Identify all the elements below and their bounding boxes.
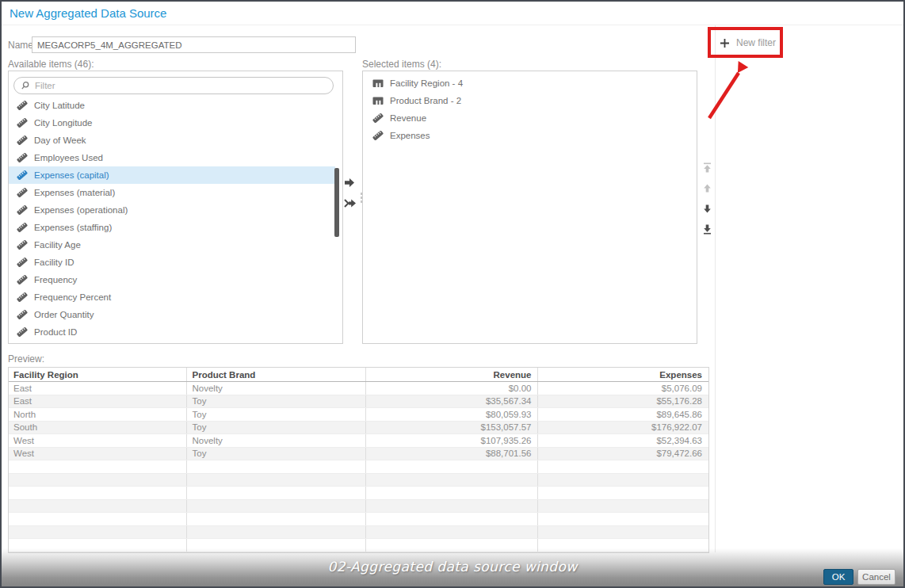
move-right-button[interactable] <box>344 178 357 188</box>
measure-icon <box>17 239 28 250</box>
available-item-label: Expenses (material) <box>34 188 115 197</box>
available-item[interactable]: Frequency Percent <box>9 288 335 306</box>
move-all-right-button[interactable] <box>344 198 357 208</box>
available-item[interactable]: Facility ID <box>9 254 335 271</box>
available-item[interactable]: City Latitude <box>9 97 335 114</box>
available-item-label: Product ID <box>34 327 77 337</box>
table-cell: Toy <box>187 395 365 408</box>
table-cell: West <box>9 448 187 460</box>
move-to-top-button[interactable] <box>702 162 712 173</box>
available-item-label: City Latitude <box>34 101 85 110</box>
table-cell <box>9 500 187 513</box>
ok-button[interactable]: OK <box>823 569 853 585</box>
table-cell <box>187 460 365 473</box>
column-header: Revenue <box>366 368 539 381</box>
table-cell: West <box>9 434 187 447</box>
preview-table: Facility RegionProduct BrandRevenueExpen… <box>8 367 709 553</box>
available-item[interactable]: Expenses (material) <box>9 184 335 201</box>
preview-table-header: Facility RegionProduct BrandRevenueExpen… <box>9 368 708 382</box>
measure-icon <box>17 309 28 320</box>
arrow-down-icon <box>702 204 712 214</box>
table-cell <box>366 474 539 487</box>
selected-item-label: Expenses <box>390 131 430 140</box>
table-cell: $89,645.86 <box>538 408 708 421</box>
available-item[interactable]: Day of Week <box>9 132 335 149</box>
measure-icon <box>17 100 28 111</box>
selected-items-list: Facility Region - 4Product Brand - 2Reve… <box>363 74 696 144</box>
measure-icon <box>17 135 28 146</box>
selected-items-label: Selected items (4): <box>362 59 441 70</box>
available-item-label: Frequency <box>34 275 77 284</box>
available-item[interactable]: Product ID <box>9 323 335 341</box>
category-icon <box>372 78 384 89</box>
table-cell: South <box>9 422 187 434</box>
available-list-scrollbar-thumb[interactable] <box>334 168 339 237</box>
table-cell <box>187 500 365 513</box>
available-item[interactable]: Frequency <box>9 271 335 288</box>
selected-items-panel: Facility Region - 4Product Brand - 2Reve… <box>362 71 697 344</box>
selected-item[interactable]: Expenses <box>363 127 696 144</box>
table-cell <box>9 526 187 539</box>
table-cell <box>187 526 365 539</box>
table-cell: $80,059.93 <box>366 408 539 421</box>
measure-icon <box>17 222 28 233</box>
transfer-buttons <box>344 178 357 208</box>
column-header: Product Brand <box>187 368 365 381</box>
cancel-button[interactable]: Cancel <box>857 569 895 585</box>
table-cell <box>9 460 187 473</box>
available-item[interactable]: Expenses (operational) <box>9 201 335 219</box>
table-row: WestNovelty$107,935.26$52,394.63 <box>9 434 708 448</box>
table-cell: $52,394.63 <box>538 434 708 447</box>
table-cell <box>538 487 708 499</box>
table-row: WestToy$88,701.56$79,472.66 <box>9 448 708 461</box>
available-item[interactable]: Order Quantity <box>9 306 335 323</box>
available-item-label: Order Quantity <box>34 310 94 319</box>
page-title: New Aggregated Data Source <box>10 6 166 20</box>
measure-icon <box>17 204 28 216</box>
table-cell: $35,567.34 <box>366 395 539 408</box>
table-cell: $107,935.26 <box>366 434 539 447</box>
table-cell <box>187 474 365 487</box>
table-cell <box>366 526 539 539</box>
filter-input[interactable] <box>35 81 326 90</box>
table-cell <box>366 500 539 513</box>
table-row <box>9 474 708 487</box>
column-header: Expenses <box>538 368 708 381</box>
name-input[interactable] <box>32 36 356 53</box>
title-divider <box>2 25 903 25</box>
table-cell: $79,472.66 <box>538 448 708 460</box>
table-row <box>9 526 708 540</box>
selected-item[interactable]: Facility Region - 4 <box>363 74 696 92</box>
available-item-label: Facility ID <box>34 258 74 267</box>
table-cell: $0.00 <box>366 382 539 395</box>
selected-item[interactable]: Revenue <box>363 109 696 127</box>
available-item-label: Expenses (capital) <box>34 170 109 180</box>
arrow-to-bottom-icon <box>702 224 712 235</box>
table-cell: East <box>9 382 187 395</box>
preview-label: Preview: <box>8 353 44 365</box>
available-item[interactable]: City Longitude <box>9 114 335 132</box>
table-cell <box>187 513 365 525</box>
filter-field[interactable] <box>13 77 334 94</box>
measure-icon <box>17 257 28 268</box>
available-item-label: Expenses (operational) <box>34 205 128 215</box>
table-header-row: Facility RegionProduct BrandRevenueExpen… <box>9 368 708 382</box>
measure-icon <box>17 292 28 303</box>
table-cell <box>366 487 539 499</box>
available-item[interactable]: Expenses (staffing) <box>9 219 335 236</box>
double-arrow-right-icon <box>344 198 357 208</box>
measure-icon <box>372 130 384 141</box>
table-cell <box>9 513 187 525</box>
column-header: Facility Region <box>9 368 187 381</box>
available-item[interactable]: Employees Used <box>9 149 335 166</box>
table-row <box>9 500 708 514</box>
selected-item[interactable]: Product Brand - 2 <box>363 92 696 109</box>
available-item-label: Day of Week <box>34 136 86 145</box>
move-down-button[interactable] <box>702 204 712 214</box>
available-item[interactable]: Facility Age <box>9 236 335 254</box>
move-to-bottom-button[interactable] <box>702 224 712 235</box>
move-up-button[interactable] <box>702 183 712 193</box>
arrow-up-icon <box>702 183 712 193</box>
table-row: SouthToy$153,057.57$176,922.07 <box>9 422 708 435</box>
available-item[interactable]: Expenses (capital) <box>9 166 335 184</box>
